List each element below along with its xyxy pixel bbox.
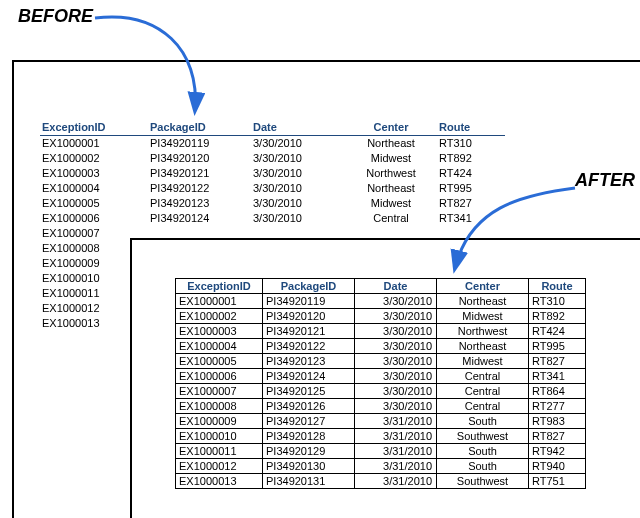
table-row: EX1000004PI349201223/30/2010NortheastRT9… <box>40 181 505 196</box>
table-cell: RT827 <box>529 354 586 369</box>
table-cell: EX1000007 <box>176 384 263 399</box>
table-cell: 3/30/2010 <box>355 384 437 399</box>
table-cell: RT827 <box>437 196 505 211</box>
table-cell: RT995 <box>529 339 586 354</box>
table-cell: EX1000011 <box>176 444 263 459</box>
table-cell: 3/31/2010 <box>355 414 437 429</box>
after-table: ExceptionID PackageID Date Center Route … <box>175 278 586 489</box>
table-cell: 3/31/2010 <box>355 474 437 489</box>
table-cell: 3/31/2010 <box>355 429 437 444</box>
table-cell: South <box>437 414 529 429</box>
col-exception: ExceptionID <box>40 120 148 136</box>
table-cell: Northeast <box>437 294 529 309</box>
table-cell: RT277 <box>529 399 586 414</box>
table-cell: EX1000004 <box>176 339 263 354</box>
table-cell: RT424 <box>529 324 586 339</box>
table-row: EX1000009PI349201273/31/2010SouthRT983 <box>176 414 586 429</box>
table-cell: South <box>437 444 529 459</box>
table-cell: PI34920131 <box>263 474 355 489</box>
col-route: Route <box>529 279 586 294</box>
table-row: EX1000006PI349201243/30/2010CentralRT341 <box>176 369 586 384</box>
table-cell: 3/30/2010 <box>251 211 349 226</box>
col-date: Date <box>355 279 437 294</box>
table-cell: EX1000002 <box>176 309 263 324</box>
table-cell: RT341 <box>437 211 505 226</box>
table-cell: South <box>437 459 529 474</box>
table-cell: PI34920123 <box>263 354 355 369</box>
table-cell: Midwest <box>437 309 529 324</box>
table-cell: RT983 <box>529 414 586 429</box>
table-cell: PI34920130 <box>263 459 355 474</box>
table-cell: EX1000003 <box>40 166 148 181</box>
table-cell: EX1000006 <box>176 369 263 384</box>
table-cell: PI34920121 <box>263 324 355 339</box>
table-row: EX1000006PI349201243/30/2010CentralRT341 <box>40 211 505 226</box>
before-header-row: ExceptionID PackageID Date Center Route <box>40 120 505 136</box>
table-cell: EX1000004 <box>40 181 148 196</box>
table-cell: 3/30/2010 <box>251 136 349 152</box>
table-cell: Central <box>437 369 529 384</box>
table-cell: Midwest <box>349 196 437 211</box>
table-cell: 3/30/2010 <box>355 399 437 414</box>
table-cell: PI34920119 <box>263 294 355 309</box>
table-cell: PI34920129 <box>263 444 355 459</box>
table-cell: Central <box>437 384 529 399</box>
col-package: PackageID <box>148 120 251 136</box>
table-cell: PI34920126 <box>263 399 355 414</box>
table-cell: RT827 <box>529 429 586 444</box>
col-date: Date <box>251 120 349 136</box>
table-cell: 3/30/2010 <box>251 166 349 181</box>
table-cell: Central <box>437 399 529 414</box>
table-cell: EX1000002 <box>40 151 148 166</box>
table-cell: PI34920124 <box>148 211 251 226</box>
table-cell: 3/30/2010 <box>355 354 437 369</box>
table-row: EX1000007PI349201253/30/2010CentralRT864 <box>176 384 586 399</box>
table-cell: Southwest <box>437 474 529 489</box>
col-center: Center <box>437 279 529 294</box>
table-cell: EX1000009 <box>176 414 263 429</box>
table-cell: Midwest <box>437 354 529 369</box>
table-row: EX1000005PI349201233/30/2010MidwestRT827 <box>40 196 505 211</box>
table-cell: Midwest <box>349 151 437 166</box>
table-cell: 3/31/2010 <box>355 459 437 474</box>
table-row: EX1000008PI349201263/30/2010CentralRT277 <box>176 399 586 414</box>
table-cell: 3/30/2010 <box>355 339 437 354</box>
table-row: EX1000002PI349201203/30/2010MidwestRT892 <box>40 151 505 166</box>
table-row: EX1000001PI349201193/30/2010NortheastRT3… <box>176 294 586 309</box>
table-cell: EX1000005 <box>40 196 148 211</box>
table-row: EX1000013PI349201313/31/2010SouthwestRT7… <box>176 474 586 489</box>
table-row: EX1000010PI349201283/31/2010SouthwestRT8… <box>176 429 586 444</box>
table-cell: PI34920120 <box>148 151 251 166</box>
table-cell: PI34920124 <box>263 369 355 384</box>
table-cell: RT341 <box>529 369 586 384</box>
table-cell: RT864 <box>529 384 586 399</box>
table-row: EX1000001PI349201193/30/2010NortheastRT3… <box>40 136 505 152</box>
table-cell: Northeast <box>437 339 529 354</box>
table-cell: RT310 <box>529 294 586 309</box>
table-cell: RT942 <box>529 444 586 459</box>
table-cell: EX1000003 <box>176 324 263 339</box>
table-cell: EX1000005 <box>176 354 263 369</box>
table-row: EX1000004PI349201223/30/2010NortheastRT9… <box>176 339 586 354</box>
table-cell: PI34920119 <box>148 136 251 152</box>
table-cell: EX1000006 <box>40 211 148 226</box>
table-cell: PI34920121 <box>148 166 251 181</box>
table-cell: Central <box>349 211 437 226</box>
table-cell: 3/30/2010 <box>355 324 437 339</box>
table-cell: Northwest <box>349 166 437 181</box>
table-cell: Southwest <box>437 429 529 444</box>
table-cell: PI34920122 <box>263 339 355 354</box>
after-header-row: ExceptionID PackageID Date Center Route <box>176 279 586 294</box>
table-cell: RT424 <box>437 166 505 181</box>
col-route: Route <box>437 120 505 136</box>
table-cell: RT892 <box>437 151 505 166</box>
table-cell: EX1000013 <box>176 474 263 489</box>
table-cell: RT940 <box>529 459 586 474</box>
table-row: EX1000003PI349201213/30/2010NorthwestRT4… <box>40 166 505 181</box>
table-cell: 3/30/2010 <box>251 181 349 196</box>
table-row: EX1000011PI349201293/31/2010SouthRT942 <box>176 444 586 459</box>
table-cell: PI34920120 <box>263 309 355 324</box>
col-package: PackageID <box>263 279 355 294</box>
before-label: BEFORE <box>18 6 93 27</box>
table-cell: PI34920123 <box>148 196 251 211</box>
